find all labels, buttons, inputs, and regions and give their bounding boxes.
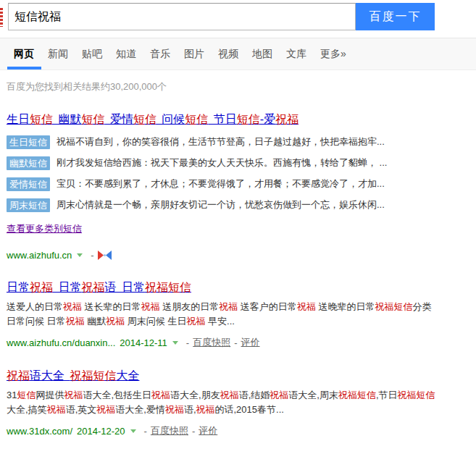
separator: - [91,250,93,261]
tag-snippet: 祝福不请自到，你的笑容很俏，生活节节登高，日子越过越好，快把幸福抱牢... [57,135,385,148]
tag-snippet: 刚才我发短信给西施：祝天下最美的女人天天快乐。西施有愧，转给了貂蝉， ... [57,156,387,169]
tag-row: 周末短信 周末心情就是一个畅，亲朋好友切记一个访，忧愁哀伤做到一个忘，娱乐休闲.… [7,198,438,212]
tag-row: 爱情短信 宝贝：不要感到累了，才休息；不要觉得饿了，才用餐；不要感觉冷了，才加.… [7,177,438,191]
chevron-down-icon[interactable] [77,253,83,257]
result-url[interactable]: www.aizhufu.cn [7,250,72,261]
nav-tab[interactable]: 音乐 [150,38,170,70]
result-date: 2014-12-11 [120,337,167,348]
highlighted-keyword: 短信 [81,113,104,125]
highlighted-keyword: 祝福 [219,301,238,312]
text-segment: 节日 [208,113,236,125]
text-segment: 语, [184,404,196,415]
result-title: 祝福语大全 祝福短信大全 [7,368,438,383]
highlighted-keyword: 祝福 [297,301,316,312]
text-segment: 大全 [116,369,139,382]
chevron-down-icon[interactable] [130,429,136,433]
result-url-row: www.aizhufu.cn - [7,250,438,261]
search-input[interactable] [8,3,356,30]
highlighted-keyword: 祝福 [7,369,30,382]
baidu-logo-edge [0,8,3,27]
nav-tab[interactable]: 网页 [14,38,34,70]
highlighted-keyword: 祝福 [165,404,184,415]
site-logo-icon [98,251,112,260]
text-segment: 语 日常 [104,281,144,293]
results-count: 百度为您找到相关结果约30,200,000个 [7,80,476,93]
highlighted-keyword: 祝福 [220,390,239,400]
tag-row-list: 生日短信 祝福不请自到，你的笑容很俏，生活节节登高，日子越过越好，快把幸福抱牢.… [7,135,438,212]
text-segment: 问候 [156,113,185,125]
nav-tab[interactable]: 贴吧 [82,38,102,70]
highlighted-keyword: 祝福 [30,281,53,293]
text-segment: 送长辈的日常 [82,301,141,312]
review-link[interactable]: 评价 [241,336,260,349]
result-snippet: 31短信网提供祝福语大全,包括生日祝福语大全,朋友祝福语,结婚祝福语大全,周末祝… [7,388,435,417]
highlighted-keyword: 祝福 [275,113,298,125]
result-snippet: 送爱人的日常祝福 送长辈的日常祝福 送朋友的日常祝福 送客户的日常祝福 送晚辈的… [7,300,435,329]
result-date: 2014-12-20 [77,426,125,437]
text-segment: 幽默 [85,316,107,327]
text-segment: 送晚辈的日常 [316,301,375,312]
text-segment: 网提供 [36,390,64,400]
nav-tab[interactable]: 视频 [218,38,238,70]
nav-tab[interactable]: 知道 [116,38,136,70]
highlighted-keyword: 祝福 [66,316,85,327]
text-segment: 爱情 [104,113,133,125]
highlighted-keyword: 祝福 [375,301,394,312]
separator: - [186,337,189,348]
highlighted-keyword: 短信 [93,369,116,382]
vertical-nav: 网页新闻贴吧知道音乐图片视频地图文库更多» [0,38,476,70]
result-title-link[interactable]: 祝福语大全 祝福短信大全 [7,369,139,382]
result-title-link[interactable]: 日常祝福 日常祝福语 日常祝福短信 [7,281,191,293]
chevron-down-icon[interactable] [172,341,178,345]
text-segment: 幽默 [53,113,81,125]
highlighted-keyword: 短信 [237,113,260,125]
result-title-link[interactable]: 生日短信 幽默短信 爱情短信 问候短信 节日短信-爱祝福 [7,113,298,125]
highlighted-keyword: 祝福 [196,404,215,415]
highlighted-keyword: 祝福 [63,301,82,312]
text-segment: ,节日 [376,390,398,400]
highlighted-keyword: 短信 [394,301,413,312]
text-segment: 日常 [7,281,30,293]
highlighted-keyword: 祝福短信 [398,390,435,400]
cached-page-link[interactable]: 百度快照 [151,424,188,437]
highlighted-keyword: 祝福 [64,390,83,400]
result-url-row: www.31dx.com/ 2014-12-20 - 百度快照 - 评价 [7,424,438,437]
highlighted-keyword: 祝福 [151,390,170,400]
highlighted-keyword: 祝福 [270,390,288,400]
nav-tab[interactable]: 新闻 [48,38,68,70]
highlighted-keyword: 祝福 [145,281,168,293]
tag-snippet: 宝贝：不要感到累了，才休息；不要觉得饿了，才用餐；不要感觉冷了，才加... [57,177,385,190]
nav-tab[interactable]: 地图 [252,38,272,70]
nav-tab[interactable]: 图片 [184,38,204,70]
nav-tab[interactable]: 文库 [286,38,306,70]
text-segment: 语大全,包括生日 [83,390,151,400]
highlighted-keyword: 祝福 [81,281,104,293]
separator: - [192,426,195,437]
text-segment: 送朋友的日常 [160,301,220,312]
tag-row: 生日短信 祝福不请自到，你的笑容很俏，生活节节登高，日子越过越好，快把幸福抱牢.… [7,135,438,149]
highlighted-keyword: 祝福 [96,404,115,415]
search-result: 日常祝福 日常祝福语 日常祝福短信 送爱人的日常祝福 送长辈的日常祝福 送朋友的… [7,279,438,349]
result-url-row: www.aizhufu.cn/duanxin... 2014-12-11 - 百… [7,336,438,349]
tag-badge: 生日短信 [7,135,50,149]
text-segment: 周末问候 生日 [125,316,186,327]
text-segment: 语,结婚 [239,390,270,400]
text-segment: 语大全,爱情 [115,404,165,415]
result-title: 生日短信 幽默短信 爱情短信 问候短信 节日短信-爱祝福 [7,112,438,127]
more-categories-link[interactable]: 查看更多类别短信 [7,222,82,235]
text-segment: 语,英文 [66,404,97,415]
tag-snippet: 周末心情就是一个畅，亲朋好友切记一个访，忧愁哀伤做到一个忘，娱乐休闲... [57,198,385,211]
search-result: 生日短信 幽默短信 爱情短信 问候短信 节日短信-爱祝福 生日短信 祝福不请自到… [7,112,438,261]
text-segment: 生日 [7,113,30,125]
cached-page-link[interactable]: 百度快照 [193,336,230,349]
result-url[interactable]: www.31dx.com/ [7,426,72,437]
search-result: 祝福语大全 祝福短信大全 31短信网提供祝福语大全,包括生日祝福语大全,朋友祝福… [7,368,438,437]
highlighted-keyword: 祝福短信 [338,390,376,400]
highlighted-keyword: 短信 [168,281,191,293]
review-link[interactable]: 评价 [199,424,217,437]
result-url[interactable]: www.aizhufu.cn/duanxin... [7,337,115,348]
nav-tab[interactable]: 更多» [320,38,346,70]
highlighted-keyword: 短信 [133,113,156,125]
baidu-search-button[interactable]: 百度一下 [356,3,435,30]
separator: - [234,337,237,348]
